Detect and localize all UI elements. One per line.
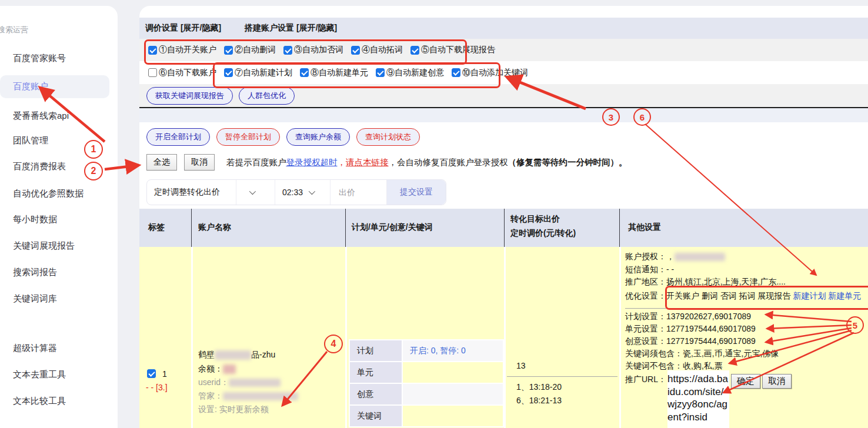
subtable-label: 关键词 (350, 406, 402, 426)
balance-label: 余额： (198, 364, 223, 373)
promotion-url-textarea[interactable]: https://ada.baidu.com/site/wjzyy8onc/age… (667, 370, 729, 428)
select-all-button[interactable]: 全选 (146, 154, 177, 170)
checkbox-icon (224, 68, 233, 77)
checkbox-auto-switch-account[interactable]: ①自动开关账户 (148, 45, 216, 55)
checkbox-auto-new-plan[interactable]: ⑦自动新建计划 (224, 68, 292, 78)
report-buttons-row: 获取关键词展现报告 人群包优化 (139, 84, 868, 107)
cancel-select-button[interactable]: 取消 (184, 154, 215, 170)
field-label: 优化设置： (625, 291, 666, 300)
sidebar-item-team-management[interactable]: 团队管理 (0, 129, 109, 152)
row-select-checkbox[interactable] (147, 369, 156, 378)
get-keyword-impression-report-button[interactable]: 获取关键词展现报告 (146, 87, 233, 105)
submit-settings-button[interactable]: 提交设置 (387, 180, 446, 205)
bid-type-select[interactable] (236, 180, 275, 205)
audience-package-optimization-button[interactable]: 人群包优化 (239, 87, 295, 105)
column-separator (619, 247, 621, 428)
field-label: 创意设置： (625, 336, 666, 346)
checkbox-label: ③自动加否词 (294, 45, 343, 55)
keyword-include-line: 关键词须包含：瓷,玉,画,币,通宝,元宝,佛像 (625, 349, 779, 359)
field-label: 账户授权： (625, 252, 666, 261)
checkbox-icon (376, 68, 385, 77)
checkbox-label: ⑦自动新建计划 (235, 68, 292, 78)
redacted-auth (675, 253, 725, 261)
select-row: 全选 取消 若提示百度账户登录授权超时，请点本链接，会自动修复百度账户登录授权（… (146, 154, 627, 170)
checkbox-icon (410, 46, 419, 55)
checkbox-auto-download-account[interactable]: ⑥自动下载账户 (148, 68, 216, 78)
auth-timeout-link[interactable]: 登录授权超时 (286, 158, 338, 167)
bid-schedule-line: 1、13:18-20 (516, 382, 562, 393)
plan-settings-line: 计划设置：1379202627,69017089 (625, 312, 751, 322)
col-header-account-name: 账户名称 (198, 222, 231, 233)
new-unit-link[interactable]: 新建单元 (828, 291, 861, 300)
sidebar-item-keyword-thesaurus[interactable]: 关键词词库 (0, 287, 109, 310)
sub-band (139, 108, 868, 122)
checkbox-auto-add-keywords[interactable]: ⑩自动添加关键词 (452, 68, 528, 78)
redacted-userid (229, 379, 281, 387)
auto-options-row2: ⑥自动下载账户 ⑦自动新建计划 ⑧自动新建单元 ⑨自动新建创意 ⑩自动添加关键词 (139, 61, 868, 84)
checkbox-auto-new-unit[interactable]: ⑧自动新建单元 (300, 68, 368, 78)
notice-text: （修复需等待约一分钟时间）。 (508, 158, 627, 167)
sidebar-item-auto-optimization-reference[interactable]: 自动优化参照数据 (0, 182, 109, 205)
sidebar-item-keyword-impression-report[interactable]: 关键词展现报告 (0, 235, 109, 258)
auth-notice: 若提示百度账户登录授权超时，请点本链接，会自动修复百度账户登录授权（修复需等待约… (226, 157, 627, 168)
creative-settings-line: 创意设置：12771975444,69017089 (625, 336, 756, 347)
sms-notify-line: 短信通知：- - (625, 265, 674, 275)
checkbox-label: ⑨自动新建创意 (386, 68, 444, 78)
field-value: ， (666, 252, 675, 261)
account-name-text: 品-zhu (251, 350, 275, 359)
account-settings-line: 设置: 实时更新余额 (198, 404, 269, 415)
sidebar-item-baidu-account[interactable]: 百度账户 (0, 75, 109, 98)
checkbox-icon (452, 68, 460, 77)
field-value: - - (666, 265, 674, 274)
query-account-balance-button[interactable]: 查询账户余额 (286, 128, 350, 146)
sidebar-item-baidu-consumption-report[interactable]: 百度消费报表 (0, 155, 109, 178)
settings-tab-band: 调价设置 [展开/隐藏] 搭建账户设置 [展开/隐藏] (139, 18, 868, 39)
tab-account-setup-settings[interactable]: 搭建账户设置 [展开/隐藏] (245, 23, 337, 34)
checkbox-auto-delete-words[interactable]: ②自动删词 (224, 45, 276, 55)
header-separator (504, 209, 505, 247)
redacted-balance (223, 365, 236, 374)
url-confirm-button[interactable]: 确定 (731, 374, 760, 389)
sidebar-item-baidu-manager-account[interactable]: 百度管家账号 (0, 47, 109, 70)
query-plan-status-button[interactable]: 查询计划状态 (356, 128, 420, 146)
sidebar-item-super-calculator[interactable]: 超级计算器 (0, 337, 109, 360)
subtable-value (403, 362, 503, 383)
field-value: 瓷,玉,画,币,通宝,元宝,佛像 (683, 349, 779, 358)
field-label: 关键词须包含： (625, 349, 683, 358)
bid-value: 13 (516, 361, 526, 370)
divider (507, 376, 617, 377)
optimization-settings-line: 优化设置：开关账户 删词 否词 拓词 展现报告 新建计划 新建单元 (625, 291, 861, 302)
sidebar-item-hourly-data[interactable]: 每小时数据 (0, 208, 109, 231)
field-value: 12771975444,69017089 (666, 324, 756, 333)
bid-schedule-line: 6、18:21-13 (516, 396, 562, 406)
notice-text: ， (338, 158, 346, 167)
tab-pricing-settings[interactable]: 调价设置 [展开/隐藏] (145, 23, 221, 34)
checkbox-auto-add-negative-words[interactable]: ③自动加否词 (283, 45, 343, 55)
checkbox-auto-expand-words[interactable]: ④自动拓词 (351, 45, 403, 55)
pause-all-plans-button[interactable]: 暂停全部计划 (216, 128, 280, 146)
col-header-other-settings: 其他设置 (628, 222, 661, 233)
sidebar-item-text-compare-tool[interactable]: 文本比较工具 (0, 390, 109, 413)
checkbox-auto-download-impression-report[interactable]: ⑤自动下载展现报告 (410, 45, 495, 55)
time-select[interactable]: 02:33 (275, 180, 330, 205)
checkbox-label: ⑧自动新建单元 (311, 68, 368, 78)
field-value: 1379202627,69017089 (666, 312, 751, 321)
sidebar-section-label: 搜索运营 (0, 25, 28, 35)
url-cancel-button[interactable]: 取消 (762, 374, 792, 389)
notice-text: 若提示百度账户 (226, 158, 286, 167)
checkbox-label: ②自动删词 (235, 45, 276, 55)
new-plan-link[interactable]: 新建计划 (793, 291, 826, 300)
timing-bid-bar: 定时调整转化出价 02:33 提交设置 (146, 179, 446, 205)
sidebar-item-text-dedup-tool[interactable]: 文本去重工具 (0, 363, 109, 386)
bid-input[interactable] (338, 187, 381, 198)
account-auth-line: 账户授权：， (625, 252, 725, 262)
repair-auth-link[interactable]: 请点本链接 (346, 158, 389, 167)
sidebar-item-search-term-report[interactable]: 搜索词报告 (0, 261, 109, 284)
field-label: 单元设置： (625, 324, 666, 333)
unit-settings-line: 单元设置：12771975444,69017089 (625, 324, 756, 335)
field-value: 扬州,镇江,北京,上海,天津,广东.... (666, 277, 786, 286)
open-all-plans-button[interactable]: 开启全部计划 (146, 128, 210, 146)
checkbox-auto-new-creative[interactable]: ⑨自动新建创意 (376, 68, 444, 78)
sidebar-item-aifanfan-leads-api[interactable]: 爱番番线索api (0, 105, 109, 128)
account-name-text: 鹤壁 (198, 350, 215, 359)
